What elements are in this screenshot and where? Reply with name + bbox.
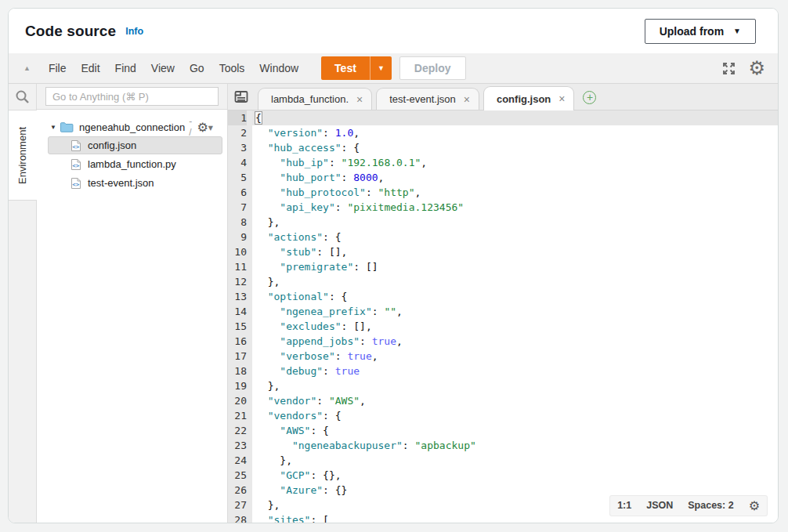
code-line-4: "hub_ip": "192.168.0.1",	[252, 155, 778, 170]
line-number: 13	[228, 289, 247, 304]
code-line-18: "debug": true	[252, 364, 778, 378]
tab-bar: lambda_function.×test-event.json×config.…	[228, 84, 778, 110]
line-number: 18	[228, 364, 247, 378]
folder-path-suffix: - /	[189, 116, 197, 138]
menu-item-window[interactable]: Window	[257, 59, 301, 78]
code-line-22: "AWS": {	[252, 423, 778, 438]
menu-item-tools[interactable]: Tools	[217, 59, 248, 78]
line-number: 27	[228, 498, 247, 512]
menu-items: FileEditFindViewGoToolsWindow	[46, 59, 301, 78]
code-line-21: "vendors": {	[252, 408, 778, 423]
deploy-button[interactable]: Deploy	[399, 56, 466, 80]
tree-settings-gear-icon[interactable]: ⚙▼	[197, 120, 214, 135]
editor-column: lambda_function.×test-event.json×config.…	[228, 84, 778, 523]
file-tree-panel: ▼ ngeneahub_connection - / ⚙▼ <>config.j…	[37, 84, 228, 523]
tree-expand-icon[interactable]: ▼	[50, 124, 60, 131]
menubar-right: ⚙	[721, 59, 765, 78]
line-number: 3	[228, 140, 247, 155]
code-file-icon: <>	[70, 139, 81, 152]
code-line-23: "ngeneabackupuser": "apbackup"	[252, 438, 778, 453]
line-number: 23	[228, 438, 247, 453]
menu-item-file[interactable]: File	[46, 59, 69, 78]
test-dropdown-button[interactable]: ▼	[370, 56, 392, 80]
header: Code source Info Upload from ▼	[9, 9, 778, 53]
collapse-pane-icon[interactable]: ▲	[23, 64, 31, 72]
code-line-13: "optional": {	[252, 289, 778, 304]
line-number: 8	[228, 215, 247, 230]
line-number: 25	[228, 468, 247, 483]
line-number-gutter[interactable]: 1234567891011121314151617181920212223242…	[228, 110, 252, 523]
line-number: 26	[228, 483, 247, 498]
code-line-20: "vendor": "AWS",	[252, 393, 778, 408]
info-link[interactable]: Info	[125, 26, 143, 37]
tree-file-test-event.json[interactable]: <>test-event.json	[48, 174, 222, 192]
plus-icon: +	[587, 91, 593, 103]
chevron-down-icon: ▼	[733, 27, 741, 35]
language-mode[interactable]: JSON	[646, 498, 673, 513]
tab-label: test-event.json	[389, 93, 456, 105]
editor-settings-gear-icon[interactable]: ⚙	[749, 500, 760, 512]
file-name: lambda_function.py	[88, 158, 176, 170]
line-number: 21	[228, 408, 247, 423]
line-number: 6	[228, 185, 247, 200]
close-icon[interactable]: ×	[356, 93, 363, 106]
code-line-16: "append_jobs": true,	[252, 334, 778, 349]
search-icon[interactable]	[14, 89, 31, 105]
goto-anything-input[interactable]	[45, 87, 219, 106]
upload-from-label: Upload from	[660, 25, 724, 38]
tree-file-config.json[interactable]: <>config.json	[48, 136, 222, 154]
new-tab-button[interactable]: +	[583, 91, 596, 104]
code-line-6: "hub_protocol": "http",	[252, 185, 778, 200]
line-number: 7	[228, 200, 247, 215]
code-line-14: "ngenea_prefix": "",	[252, 304, 778, 319]
code-editor: 1234567891011121314151617181920212223242…	[228, 110, 778, 523]
menu-item-go[interactable]: Go	[187, 59, 207, 78]
close-icon[interactable]: ×	[464, 93, 470, 106]
fullscreen-icon[interactable]	[721, 61, 736, 76]
tab-list-icon[interactable]	[233, 90, 249, 104]
gear-icon[interactable]: ⚙	[748, 59, 765, 78]
environment-tab[interactable]: Environment	[8, 110, 37, 201]
tab-config.json[interactable]: config.json×	[483, 86, 575, 110]
code-line-8: },	[252, 215, 778, 230]
test-button[interactable]: Test	[321, 56, 370, 80]
tabs: lambda_function.×test-event.json×config.…	[254, 86, 574, 110]
code-file-icon: <>	[70, 177, 81, 190]
cursor-position[interactable]: 1:1	[617, 498, 631, 513]
code-source-card: Code source Info Upload from ▼ ▲ FileEdi…	[8, 8, 779, 523]
tab-test-event.json[interactable]: test-event.json×	[376, 88, 479, 110]
line-number: 1	[228, 110, 247, 125]
line-number: 11	[228, 259, 247, 274]
line-number: 15	[228, 319, 247, 334]
close-icon[interactable]: ×	[558, 92, 565, 105]
svg-text:<>: <>	[72, 180, 80, 187]
code-line-15: "excludes": [],	[252, 319, 778, 334]
line-number: 12	[228, 274, 247, 289]
code-line-5: "hub_port": 8000,	[252, 170, 778, 185]
line-number: 4	[228, 155, 247, 170]
tab-lambda_function.[interactable]: lambda_function.×	[258, 88, 372, 110]
code-line-11: "premigrate": []	[252, 259, 778, 274]
folder-icon	[60, 121, 74, 133]
code-file-icon: <>	[70, 158, 81, 171]
indent-setting[interactable]: Spaces: 2	[688, 498, 733, 513]
line-number: 2	[228, 125, 247, 140]
file-name: config.json	[88, 139, 136, 151]
menu-item-view[interactable]: View	[149, 59, 177, 78]
code-content[interactable]: { "version": 1.0, "hub_access": { "hub_i…	[252, 110, 778, 523]
line-number: 19	[228, 378, 247, 393]
folder-name: ngeneahub_connection	[79, 121, 185, 133]
line-number: 16	[228, 334, 247, 349]
main-area: Environment ▼ ngeneahub_connection - / ⚙…	[9, 84, 778, 523]
menu-bar: ▲ FileEditFindViewGoToolsWindow Test ▼ D…	[9, 53, 778, 84]
upload-from-button[interactable]: Upload from ▼	[645, 19, 756, 44]
menu-item-edit[interactable]: Edit	[78, 59, 102, 78]
code-line-3: "hub_access": {	[252, 140, 778, 155]
tree-folder-row[interactable]: ▼ ngeneahub_connection - / ⚙▼	[37, 118, 227, 136]
menu-item-find[interactable]: Find	[113, 59, 139, 78]
test-split-button: Test ▼	[321, 56, 392, 80]
tree-file-lambda_function.py[interactable]: <>lambda_function.py	[48, 155, 222, 173]
line-number: 28	[228, 512, 247, 523]
code-line-1: {	[252, 110, 778, 125]
line-number: 5	[228, 170, 247, 185]
